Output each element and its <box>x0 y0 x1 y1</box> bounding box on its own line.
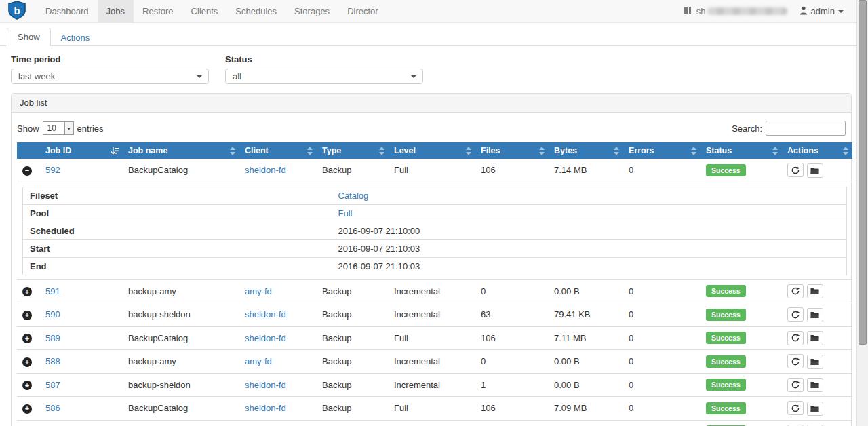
redacted-hostname <box>707 7 787 15</box>
detail-value: Full <box>332 204 847 222</box>
column-header-status[interactable]: Status <box>701 142 782 159</box>
nav-item-storages[interactable]: Storages <box>285 0 338 22</box>
table-row: + 588 backup-amy amy-fd Backup Increment… <box>17 350 852 374</box>
tab-actions[interactable]: Actions <box>51 29 100 46</box>
job-log-button[interactable] <box>807 402 823 416</box>
column-header-files[interactable]: Files <box>475 142 549 159</box>
detail-value-link[interactable]: Full <box>338 208 353 218</box>
column-header-client[interactable]: Client <box>239 142 317 159</box>
column-header-job-name[interactable]: Job name <box>123 142 239 159</box>
client-link[interactable]: sheldon-fd <box>245 403 286 413</box>
job-id-link[interactable]: 589 <box>45 333 60 343</box>
user-icon <box>800 6 808 17</box>
files-cell: 63 <box>475 303 549 327</box>
sort-icon <box>690 147 697 157</box>
bytes-cell: 0.00 B <box>549 350 623 374</box>
job-log-button[interactable] <box>807 355 823 369</box>
bytes-cell: 0.00 B <box>549 373 623 397</box>
job-id-link[interactable]: 592 <box>45 165 60 175</box>
column-header-bytes[interactable]: Bytes <box>549 142 623 159</box>
nav-item-restore[interactable]: Restore <box>134 0 182 22</box>
nav-item-dashboard[interactable]: Dashboard <box>37 0 98 22</box>
nav-item-clients[interactable]: Clients <box>182 0 227 22</box>
job-name-cell: backup-sheldon <box>123 303 239 327</box>
client-link[interactable]: sheldon-fd <box>245 333 286 343</box>
expand-toggle-icon[interactable]: + <box>22 381 32 390</box>
status-badge: Success <box>706 164 746 176</box>
expand-toggle-icon[interactable]: + <box>22 357 32 367</box>
job-id-link[interactable]: 586 <box>45 403 60 413</box>
table-row: + 585 backup-amy amy-fd Backup Increment… <box>17 420 852 426</box>
column-header-errors[interactable]: Errors <box>623 142 701 159</box>
table-header-row: Job ID Job name Client Type Level <box>17 142 852 159</box>
expand-toggle-icon[interactable]: + <box>22 334 32 343</box>
rerun-job-button[interactable] <box>787 307 804 322</box>
rerun-job-button[interactable] <box>787 401 804 415</box>
apps-grid-icon[interactable] <box>684 6 691 16</box>
rerun-job-button[interactable] <box>787 378 804 392</box>
time-period-label: Time period <box>11 54 209 64</box>
status-select[interactable]: all <box>225 69 423 84</box>
client-link[interactable]: amy-fd <box>245 286 272 296</box>
detail-label: End <box>23 257 332 275</box>
table-row: + 587 backup-sheldon sheldon-fd Backup I… <box>17 373 852 397</box>
job-id-link[interactable]: 588 <box>45 356 60 366</box>
detail-line: Start 2016-09-07 21:10:03 <box>23 239 847 257</box>
detail-value: Catalog <box>332 187 847 204</box>
rerun-job-button[interactable] <box>787 163 804 177</box>
client-link[interactable]: sheldon-fd <box>245 309 286 320</box>
job-id-link[interactable]: 587 <box>45 380 60 390</box>
detail-line: Pool Full <box>23 204 847 222</box>
user-menu[interactable]: admin <box>800 6 844 17</box>
rerun-job-button[interactable] <box>787 354 804 368</box>
job-detail-row: Fileset Catalog Pool Full Scheduled 2016… <box>17 182 852 279</box>
column-header-actions[interactable]: Actions <box>782 142 852 159</box>
main-content: Time period last week Status all Job lis… <box>0 54 868 426</box>
errors-cell: 0 <box>623 420 701 426</box>
time-period-select[interactable]: last week <box>11 69 209 84</box>
tab-show[interactable]: Show <box>7 28 51 46</box>
rerun-job-button[interactable] <box>787 331 804 345</box>
expand-toggle-icon[interactable]: + <box>22 311 32 320</box>
nav-item-schedules[interactable]: Schedules <box>226 0 285 22</box>
nav-item-jobs[interactable]: Jobs <box>98 0 134 22</box>
detail-label: Scheduled <box>23 222 332 239</box>
detail-label: Fileset <box>23 187 332 204</box>
job-log-button[interactable] <box>807 308 823 322</box>
job-log-button[interactable] <box>807 284 823 298</box>
bytes-cell: 79.41 KB <box>549 303 623 327</box>
expand-toggle-icon[interactable]: + <box>22 404 32 414</box>
job-log-button[interactable] <box>807 163 823 178</box>
type-cell: Backup <box>317 397 389 421</box>
job-log-button[interactable] <box>807 331 823 345</box>
expand-toggle-icon[interactable]: + <box>22 287 32 296</box>
page-length-control: Show 10 ▼ entries <box>17 121 104 135</box>
vertical-scrollbar[interactable] <box>856 0 868 426</box>
expand-toggle-icon[interactable]: − <box>22 166 32 176</box>
bytes-cell: 7.14 MB <box>549 159 623 182</box>
errors-cell: 0 <box>623 303 701 327</box>
time-period-filter: Time period last week <box>11 54 209 84</box>
job-id-link[interactable]: 591 <box>45 286 60 296</box>
rerun-job-button[interactable] <box>787 284 804 298</box>
column-header-type[interactable]: Type <box>317 142 389 159</box>
column-header-job-id[interactable]: Job ID <box>40 142 123 159</box>
detail-label: Start <box>23 239 332 257</box>
scrollbar-thumb[interactable] <box>859 0 867 345</box>
client-link[interactable]: amy-fd <box>245 356 272 366</box>
brand-logo[interactable]: b <box>0 0 37 22</box>
client-link[interactable]: sheldon-fd <box>245 165 286 175</box>
detail-label: Pool <box>23 204 332 222</box>
search-input[interactable] <box>766 121 846 136</box>
detail-value: 2016-09-07 21:10:00 <box>332 222 847 239</box>
job-id-link[interactable]: 590 <box>45 309 60 320</box>
job-log-button[interactable] <box>807 378 823 392</box>
client-link[interactable]: sheldon-fd <box>245 380 286 390</box>
errors-cell: 0 <box>623 350 701 374</box>
column-header-level[interactable]: Level <box>389 142 475 159</box>
detail-value-link[interactable]: Catalog <box>338 191 369 201</box>
nav-item-director[interactable]: Director <box>338 0 387 22</box>
status-badge: Success <box>706 285 746 297</box>
entries-select[interactable]: 10 ▼ <box>43 121 74 135</box>
files-cell: 106 <box>475 326 549 350</box>
